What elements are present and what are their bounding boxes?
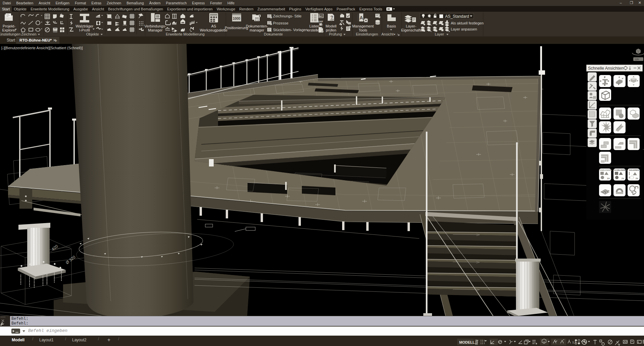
svg-text:Tools: Tools [359, 28, 367, 32]
svg-text:ISOLIEREN: ISOLIEREN [629, 169, 639, 171]
svg-text:Zeichnungs- Stile: Zeichnungs- Stile [273, 14, 302, 18]
svg-text:ZV: ZV [636, 178, 638, 180]
svg-text:Schnelle Ansichten: Schnelle Ansichten [588, 66, 624, 71]
svg-text:Projekt-: Projekt- [3, 24, 15, 28]
svg-text:Walzträger: Walzträger [76, 24, 94, 28]
svg-text:AUSBLENDEN: AUSBLENDEN [614, 169, 627, 171]
svg-text:manager: manager [250, 28, 264, 32]
svg-text:AS_Standard: AS_Standard [445, 14, 469, 19]
svg-text:Positionierung: Positionierung [225, 26, 248, 30]
svg-text:1000: 1000 [233, 17, 240, 20]
svg-text:MODELL: MODELL [459, 340, 475, 344]
svg-text:DXF: DXF [318, 20, 323, 23]
svg-text:Eigenschaften: Eigenschaften [401, 28, 425, 32]
svg-text:Modell: Modell [326, 24, 336, 28]
svg-text:Listen: Listen [309, 24, 319, 28]
svg-text:EINBLENDEN: EINBLENDEN [600, 169, 612, 171]
svg-text:Dokumente: Dokumente [264, 32, 283, 36]
svg-text:Explorer: Explorer [2, 28, 16, 32]
svg-text:Basis: Basis [387, 24, 396, 28]
svg-text:AS: AS [211, 24, 216, 28]
svg-text:NC: NC [319, 15, 323, 18]
svg-text:ZV: ZV [622, 178, 624, 180]
svg-text:Layer: Layer [435, 32, 444, 36]
svg-text:Un: Un [635, 58, 639, 61]
svg-text:Zeichnen: Zeichnen [21, 32, 36, 36]
svg-text:Als aktuell festlegen: Als aktuell festlegen [451, 21, 484, 25]
svg-text:prüfen: prüfen [326, 28, 336, 32]
svg-text:Verbindungs-: Verbindungs- [145, 24, 166, 28]
svg-text:Erweiterte Modellierung: Erweiterte Modellierung [166, 32, 205, 36]
svg-text:I-Profil: I-Profil [79, 28, 90, 32]
svg-text:Einstellungen: Einstellungen [356, 32, 378, 36]
svg-text:erstellen: erstellen [307, 28, 321, 32]
svg-text:Management: Management [352, 24, 374, 28]
svg-text:Layer anpassen: Layer anpassen [451, 27, 477, 31]
svg-text:Dokumenten-: Dokumenten- [246, 24, 268, 28]
svg-text:Prüfung: Prüfung [329, 32, 342, 36]
svg-text:Stücklisten- Vorlagen: Stücklisten- Vorlagen [273, 28, 308, 32]
svg-text:Prozesse: Prozesse [273, 21, 288, 25]
svg-text:Einstellungen: Einstellungen [0, 32, 20, 36]
svg-text:A: A [360, 15, 363, 20]
svg-text:Werkzeugpalette: Werkzeugpalette [200, 28, 227, 32]
svg-text:ZV: ZV [607, 178, 610, 180]
svg-text:Objekte: Objekte [86, 32, 99, 36]
svg-text:1:1: 1:1 [572, 341, 577, 344]
svg-text:Layer-: Layer- [406, 24, 417, 28]
svg-text:Ansicht: Ansicht [381, 32, 393, 36]
svg-text:Manager: Manager [148, 28, 163, 32]
